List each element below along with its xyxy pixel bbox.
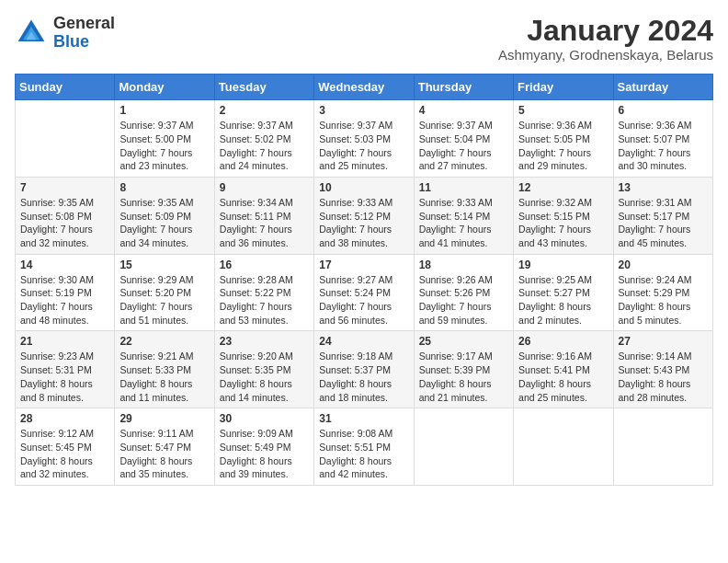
week-row-5: 28Sunrise: 9:12 AM Sunset: 5:45 PM Dayli…: [16, 408, 713, 486]
calendar-cell: [613, 408, 712, 486]
calendar-cell: 24Sunrise: 9:18 AM Sunset: 5:37 PM Dayli…: [314, 331, 414, 408]
day-number: 11: [419, 181, 508, 194]
day-number: 28: [20, 412, 109, 425]
calendar-cell: 9Sunrise: 9:34 AM Sunset: 5:11 PM Daylig…: [214, 177, 313, 254]
calendar-cell: 5Sunrise: 9:36 AM Sunset: 5:05 PM Daylig…: [514, 100, 613, 178]
day-info: Sunrise: 9:16 AM Sunset: 5:41 PM Dayligh…: [518, 350, 608, 404]
calendar-cell: 4Sunrise: 9:37 AM Sunset: 5:04 PM Daylig…: [414, 100, 513, 178]
calendar-cell: 14Sunrise: 9:30 AM Sunset: 5:19 PM Dayli…: [16, 254, 115, 331]
calendar-cell: 25Sunrise: 9:17 AM Sunset: 5:39 PM Dayli…: [414, 331, 513, 408]
title-block: January 2024 Ashmyany, Grodnenskaya, Bel…: [498, 15, 713, 63]
calendar-cell: 17Sunrise: 9:27 AM Sunset: 5:24 PM Dayli…: [314, 254, 414, 331]
day-number: 22: [119, 335, 209, 348]
day-number: 5: [518, 104, 608, 117]
day-number: 3: [319, 104, 408, 117]
day-info: Sunrise: 9:17 AM Sunset: 5:39 PM Dayligh…: [419, 350, 508, 404]
weekday-header-sunday: Sunday: [16, 75, 115, 100]
calendar-cell: [514, 408, 613, 486]
day-info: Sunrise: 9:12 AM Sunset: 5:45 PM Dayligh…: [20, 427, 109, 481]
day-number: 18: [419, 259, 508, 271]
day-number: 7: [20, 181, 109, 194]
weekday-header-wednesday: Wednesday: [314, 75, 414, 100]
calendar-cell: 19Sunrise: 9:25 AM Sunset: 5:27 PM Dayli…: [514, 254, 613, 331]
day-info: Sunrise: 9:21 AM Sunset: 5:33 PM Dayligh…: [119, 350, 209, 404]
calendar-cell: 3Sunrise: 9:37 AM Sunset: 5:03 PM Daylig…: [314, 100, 414, 178]
day-info: Sunrise: 9:20 AM Sunset: 5:35 PM Dayligh…: [220, 350, 309, 404]
calendar-cell: 18Sunrise: 9:26 AM Sunset: 5:26 PM Dayli…: [414, 254, 513, 331]
day-number: 24: [319, 335, 408, 348]
calendar-cell: 29Sunrise: 9:11 AM Sunset: 5:47 PM Dayli…: [115, 408, 214, 486]
day-number: 1: [119, 104, 209, 117]
day-info: Sunrise: 9:36 AM Sunset: 5:05 PM Dayligh…: [518, 119, 608, 173]
day-info: Sunrise: 9:27 AM Sunset: 5:24 PM Dayligh…: [319, 273, 408, 327]
day-info: Sunrise: 9:14 AM Sunset: 5:43 PM Dayligh…: [619, 350, 708, 404]
day-info: Sunrise: 9:08 AM Sunset: 5:51 PM Dayligh…: [319, 427, 408, 481]
day-number: 6: [619, 104, 708, 117]
day-number: 2: [220, 104, 309, 117]
day-number: 9: [220, 181, 309, 194]
calendar-cell: 20Sunrise: 9:24 AM Sunset: 5:29 PM Dayli…: [613, 254, 712, 331]
day-info: Sunrise: 9:24 AM Sunset: 5:29 PM Dayligh…: [619, 273, 708, 327]
day-number: 4: [419, 104, 508, 117]
day-info: Sunrise: 9:33 AM Sunset: 5:12 PM Dayligh…: [319, 196, 408, 250]
week-row-1: 1Sunrise: 9:37 AM Sunset: 5:00 PM Daylig…: [16, 100, 713, 178]
logo: General Blue: [15, 15, 115, 52]
day-info: Sunrise: 9:34 AM Sunset: 5:11 PM Dayligh…: [220, 196, 309, 250]
week-row-3: 14Sunrise: 9:30 AM Sunset: 5:19 PM Dayli…: [16, 254, 713, 331]
day-number: 30: [220, 412, 309, 425]
calendar-cell: 30Sunrise: 9:09 AM Sunset: 5:49 PM Dayli…: [214, 408, 313, 486]
weekday-header-row: SundayMondayTuesdayWednesdayThursdayFrid…: [16, 75, 713, 100]
calendar-cell: 12Sunrise: 9:32 AM Sunset: 5:15 PM Dayli…: [514, 177, 613, 254]
page-header: General Blue January 2024 Ashmyany, Grod…: [15, 15, 713, 63]
day-number: 13: [619, 181, 708, 194]
weekday-header-tuesday: Tuesday: [214, 75, 313, 100]
day-info: Sunrise: 9:30 AM Sunset: 5:19 PM Dayligh…: [20, 273, 109, 327]
calendar-cell: 8Sunrise: 9:35 AM Sunset: 5:09 PM Daylig…: [115, 177, 214, 254]
logo-general: General: [53, 14, 115, 32]
day-number: 12: [518, 181, 608, 194]
day-info: Sunrise: 9:37 AM Sunset: 5:00 PM Dayligh…: [119, 119, 209, 173]
calendar-cell: 6Sunrise: 9:36 AM Sunset: 5:07 PM Daylig…: [613, 100, 712, 178]
day-number: 14: [20, 259, 109, 271]
day-info: Sunrise: 9:23 AM Sunset: 5:31 PM Dayligh…: [20, 350, 109, 404]
day-number: 27: [619, 335, 708, 348]
day-info: Sunrise: 9:26 AM Sunset: 5:26 PM Dayligh…: [419, 273, 508, 327]
day-info: Sunrise: 9:36 AM Sunset: 5:07 PM Dayligh…: [619, 119, 708, 173]
weekday-header-monday: Monday: [115, 75, 214, 100]
month-title: January 2024: [498, 15, 713, 47]
weekday-header-friday: Friday: [514, 75, 613, 100]
logo-text: General Blue: [53, 15, 115, 52]
day-info: Sunrise: 9:28 AM Sunset: 5:22 PM Dayligh…: [220, 273, 309, 327]
day-info: Sunrise: 9:35 AM Sunset: 5:09 PM Dayligh…: [119, 196, 209, 250]
day-info: Sunrise: 9:25 AM Sunset: 5:27 PM Dayligh…: [518, 273, 608, 327]
day-info: Sunrise: 9:32 AM Sunset: 5:15 PM Dayligh…: [518, 196, 608, 250]
logo-icon: [15, 17, 48, 50]
week-row-4: 21Sunrise: 9:23 AM Sunset: 5:31 PM Dayli…: [16, 331, 713, 408]
day-number: 29: [119, 412, 209, 425]
day-info: Sunrise: 9:09 AM Sunset: 5:49 PM Dayligh…: [220, 427, 309, 481]
day-number: 10: [319, 181, 408, 194]
day-number: 15: [119, 259, 209, 271]
day-number: 16: [220, 259, 309, 271]
calendar-cell: 22Sunrise: 9:21 AM Sunset: 5:33 PM Dayli…: [115, 331, 214, 408]
calendar-cell: 31Sunrise: 9:08 AM Sunset: 5:51 PM Dayli…: [314, 408, 414, 486]
day-info: Sunrise: 9:35 AM Sunset: 5:08 PM Dayligh…: [20, 196, 109, 250]
day-number: 31: [319, 412, 408, 425]
day-number: 20: [619, 259, 708, 271]
day-info: Sunrise: 9:11 AM Sunset: 5:47 PM Dayligh…: [119, 427, 209, 481]
logo-blue: Blue: [53, 32, 89, 51]
day-number: 25: [419, 335, 508, 348]
calendar-cell: 21Sunrise: 9:23 AM Sunset: 5:31 PM Dayli…: [16, 331, 115, 408]
day-info: Sunrise: 9:33 AM Sunset: 5:14 PM Dayligh…: [419, 196, 508, 250]
calendar-table: SundayMondayTuesdayWednesdayThursdayFrid…: [15, 74, 713, 486]
calendar-cell: 28Sunrise: 9:12 AM Sunset: 5:45 PM Dayli…: [16, 408, 115, 486]
day-info: Sunrise: 9:31 AM Sunset: 5:17 PM Dayligh…: [619, 196, 708, 250]
day-number: 17: [319, 259, 408, 271]
calendar-cell: 13Sunrise: 9:31 AM Sunset: 5:17 PM Dayli…: [613, 177, 712, 254]
day-number: 19: [518, 259, 608, 271]
day-number: 26: [518, 335, 608, 348]
calendar-cell: 27Sunrise: 9:14 AM Sunset: 5:43 PM Dayli…: [613, 331, 712, 408]
day-number: 8: [119, 181, 209, 194]
day-number: 23: [220, 335, 309, 348]
calendar-cell: 10Sunrise: 9:33 AM Sunset: 5:12 PM Dayli…: [314, 177, 414, 254]
